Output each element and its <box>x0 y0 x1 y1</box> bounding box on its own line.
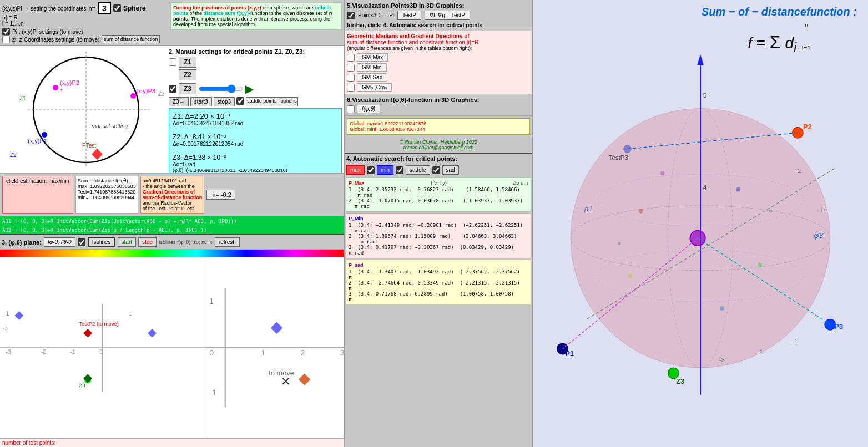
z2-spacer <box>169 71 176 79</box>
svg-text:-3: -3 <box>719 357 725 363</box>
svg-text:2: 2 <box>798 167 801 174</box>
saddle-chk[interactable] <box>432 166 440 174</box>
svg-text:Z1: Z1 <box>19 95 26 101</box>
z2-delta: Z2: Δ=8.41 × 10⁻³ <box>173 133 338 141</box>
angle-desc5: of the Test-Point: PTest <box>143 206 203 211</box>
n-checkbox[interactable] <box>113 4 121 12</box>
zi-checkbox[interactable] <box>2 35 10 43</box>
z3-delta: Z3: Δ=1.38 × 10⁻⁸ <box>173 154 338 161</box>
svg-text:+: + <box>60 87 63 93</box>
angle-desc4: and the Radius-Vector <box>143 200 203 206</box>
svg-text:+: + <box>130 94 133 100</box>
z3-play-btn[interactable]: ▶ <box>245 82 254 95</box>
z1-delta: Z1: Δ=2.20 × 10⁻¹ <box>173 112 338 120</box>
left-column: (x,y,z)Pi → setting the coordinates n= 3… <box>0 0 344 447</box>
z2-sep: : <box>173 147 338 154</box>
min-checkbox[interactable] <box>396 166 403 174</box>
refresh-btn[interactable]: refresh <box>215 237 240 247</box>
min-val: min=1.664089388820944 <box>78 195 136 200</box>
middle-column: 5.Visualization Points3D in 3D Graphics:… <box>344 0 533 447</box>
isolines-btn[interactable]: Isolines <box>88 237 115 247</box>
alpha-val: α=0.451264101 rad <box>143 178 203 184</box>
auto-search-section: 4. Automatic search for critical points:… <box>345 153 532 306</box>
svg-text:TestP2 (to move): TestP2 (to move) <box>79 321 119 327</box>
left-plane-canvas[interactable]: 1 -3 -2 -1 0 TestP2 (to move) -3 1 <box>0 257 205 438</box>
stop-btn[interactable]: stop <box>138 237 157 247</box>
svg-point-74 <box>660 171 665 176</box>
z1-row: Z1 <box>169 57 342 68</box>
z1-delta-alpha: Δα=0.046342471891352 rad <box>173 120 338 126</box>
code-line2: A02 = (0, 0, 0)+R UnitVector(Sum(Zip(p /… <box>0 225 344 234</box>
svg-text:TestP3: TestP3 <box>608 154 628 161</box>
svg-text:(x,y)P3: (x,y)P3 <box>136 88 155 94</box>
z2-delta-alpha: Δα=0.001762122012054 rad <box>173 141 338 147</box>
start-btn[interactable]: start <box>118 237 136 247</box>
start3-btn[interactable]: start3 <box>190 97 212 106</box>
click-est-btn[interactable]: click! estimation: max/min <box>2 176 73 214</box>
svg-text:4: 4 <box>703 184 707 191</box>
stop3-btn[interactable]: stop3 <box>214 97 235 106</box>
z1-sep: : <box>173 126 338 133</box>
p-sad-row1: 1 (3.4; −1.3407 rad; −1.03492 rad) (−2.3… <box>349 269 528 280</box>
viz6-checkbox[interactable] <box>347 105 355 113</box>
gm-max-checkbox[interactable] <box>347 54 355 62</box>
svg-point-72 <box>628 274 632 278</box>
sphere-svg: (x,y)P2 + (x,y)P3 + (x,y)P1 PTest Z1 Z2 … <box>0 46 166 174</box>
z3-checkbox[interactable] <box>169 85 176 93</box>
gm-max-label: GM-Max <box>357 53 388 62</box>
right-side-manual: 2. Manual settings for critical points Z… <box>166 46 344 173</box>
max-red-btn[interactable]: max <box>346 165 365 175</box>
svg-text:3: 3 <box>340 348 344 357</box>
svg-text:-1: -1 <box>70 348 76 355</box>
gm-sad-checkbox[interactable] <box>347 74 355 82</box>
svg-text:P3: P3 <box>835 323 843 331</box>
further-label: further, click: 4. Automatic search for … <box>347 22 530 28</box>
gm-sad-row: GM-Sad <box>347 73 530 82</box>
gm0-checkbox[interactable] <box>347 84 355 92</box>
pi-settings-label: Pi : (x,y)Pi settings (to move) <box>12 29 83 35</box>
svg-text:5: 5 <box>703 92 707 99</box>
test-p2-point[interactable] <box>83 329 92 338</box>
points3d-checkbox[interactable] <box>347 12 355 19</box>
n-value[interactable]: 3 <box>98 2 111 14</box>
viz5-title: 5.Visualization Points3D in 3D Graphics: <box>347 2 530 9</box>
svg-text:(x,y)P1: (x,y)P1 <box>28 138 47 144</box>
saddle-btn[interactable]: saddle <box>406 165 430 175</box>
copyright-line2: roman.chijner@googlemail.com <box>347 145 530 150</box>
svg-point-61 <box>668 368 679 378</box>
saddle-checkbox[interactable] <box>236 97 244 105</box>
svg-text:1: 1 <box>261 348 265 357</box>
svg-point-75 <box>769 210 773 213</box>
gm-min-checkbox[interactable] <box>347 64 355 72</box>
svg-text:0: 0 <box>99 348 103 355</box>
svg-marker-40 <box>271 322 282 334</box>
pi-checkbox[interactable] <box>2 28 10 35</box>
svg-text:φ3: φ3 <box>814 231 824 240</box>
sum-label: Sum-of-distance f(φ,ϑ): <box>78 178 136 184</box>
min-blue-btn[interactable]: min <box>377 165 393 175</box>
sad-btn[interactable]: sad <box>442 165 459 175</box>
i-range-label: i = 1,...,n <box>2 21 168 27</box>
z3-arrow-btn[interactable]: Z3→ <box>169 97 189 106</box>
abs-r-label: |r̄| = R <box>2 14 168 21</box>
gm-title-main: Geometric Medians and Gradient Direction… <box>347 33 530 39</box>
gm-subtitle: (angular differences are given in the ta… <box>347 45 530 51</box>
formula-math: f = Σ di ni=1 <box>702 21 857 55</box>
svg-text:manual setting:: manual setting: <box>92 123 129 129</box>
f-phi-btn[interactable]: fφ-0; f'θ-0 <box>44 237 75 247</box>
svg-point-69 <box>639 209 643 214</box>
sum-dist-btn[interactable]: sum of distance function <box>102 35 160 43</box>
gm-max-row: GM-Max <box>347 53 530 62</box>
z1-checkbox[interactable] <box>169 58 176 66</box>
isolines-checkbox[interactable] <box>78 238 85 246</box>
p-min-row2: 2 (3.4; 1.89674 rad; 1.15009 rad) (3.046… <box>349 233 528 245</box>
svg-text:(x,y)P2: (x,y)P2 <box>60 79 79 86</box>
p-max-title: P_Max <box>349 180 365 186</box>
svg-text:1: 1 <box>209 297 214 306</box>
svg-text:-1: -1 <box>209 388 216 397</box>
right-plane-canvas[interactable]: 1 0 1 2 3 -1 ✕ to move <box>205 257 344 438</box>
svg-marker-41 <box>299 373 310 385</box>
max-checkbox[interactable] <box>367 166 375 174</box>
rainbow-bar <box>0 250 344 257</box>
z3-slider[interactable] <box>199 84 243 93</box>
